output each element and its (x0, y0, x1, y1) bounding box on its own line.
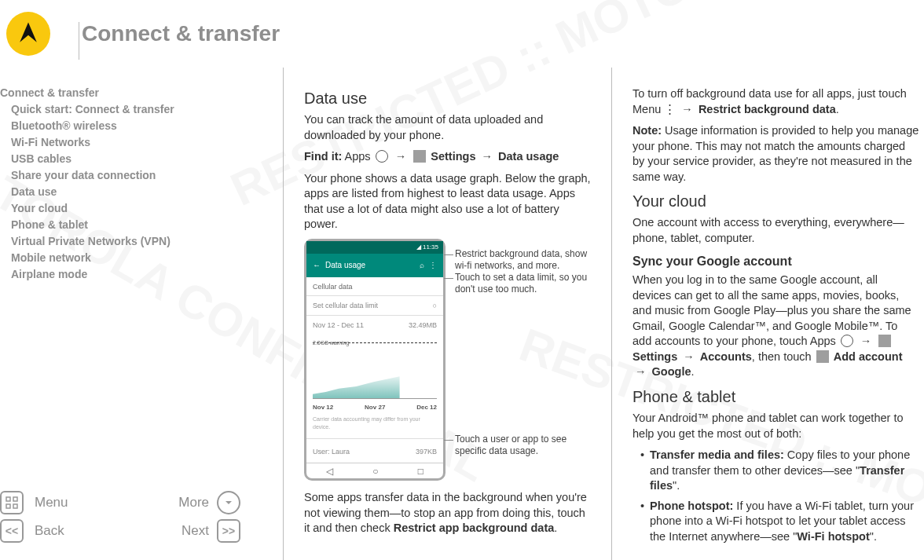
diagram-callouts: Restrict background data, show wi-fi net… (455, 239, 591, 481)
arrow-icon: → (683, 350, 695, 363)
column-divider-1 (283, 68, 284, 560)
phone-chart: 2.0GB warning (313, 336, 437, 399)
phone-row-range: Nov 12 - Dec 1132.49MB (306, 317, 443, 333)
sidebar-item-airplane[interactable]: Airplane mode (0, 266, 259, 283)
heading-your-cloud: Your cloud (632, 191, 919, 212)
arrow-icon: → (395, 150, 407, 163)
heading-phone-tablet: Phone & tablet (632, 386, 919, 408)
phone-tab-cellular: Cellular data (306, 277, 443, 294)
more-icon[interactable] (217, 491, 240, 514)
apps-icon (841, 335, 853, 347)
sidebar-item-wifi[interactable]: Wi-Fi Networks (0, 134, 259, 151)
sidebar-item-mobile-network[interactable]: Mobile network (0, 250, 259, 266)
gear-icon (413, 150, 426, 163)
sidebar-item-your-cloud[interactable]: Your cloud (0, 200, 259, 217)
sidebar-nav: Connect & transfer Quick start: Connect … (0, 85, 259, 283)
phone-navbar: ◁ ○ □ (306, 463, 443, 478)
callout-restrict: Restrict background data, show wi-fi net… (455, 248, 591, 272)
phone-carrier-note: Carrier data accounting may differ from … (306, 414, 443, 437)
callout-userapp: Touch a user or app to see specific data… (455, 434, 591, 457)
sidebar-item-quick-start[interactable]: Quick start: Connect & transfer (0, 101, 259, 118)
svg-rect-0 (6, 497, 10, 501)
para-pt: Your Android™ phone and tablet can work … (632, 411, 919, 441)
phone-appbar: ← Data usage ⌕ ⋮ (306, 254, 443, 277)
sidebar-item-phone-tablet[interactable]: Phone & tablet (0, 217, 259, 233)
phone-row-limit: Set cellular data limit○ (306, 298, 443, 313)
phone-user-row: User: Laura397KB (306, 441, 443, 463)
para-note: Note: Usage information is provided to h… (632, 123, 919, 185)
svg-rect-3 (13, 504, 17, 508)
column-left: Data use You can track the amount of dat… (299, 68, 596, 560)
bullet-phone-hotspot: Phone hotspot: If you have a Wi-Fi table… (640, 499, 919, 545)
next-label[interactable]: Next (122, 523, 217, 539)
sidebar: Connect & transfer Quick start: Connect … (0, 68, 267, 560)
arrow-icon: → (481, 150, 493, 163)
para-background-apps: Some apps transfer data in the backgroun… (304, 490, 591, 536)
back-label[interactable]: Back (27, 523, 122, 539)
para-graph: Your phone shows a data usage graph. Bel… (304, 171, 591, 232)
signal-icon: ◢ (416, 243, 421, 252)
menu-icon[interactable] (0, 491, 24, 514)
column-right: To turn off background data use for all … (628, 68, 924, 560)
arrow-icon: → (860, 335, 872, 347)
more-label[interactable]: More (122, 495, 217, 511)
menu-label[interactable]: Menu (27, 495, 122, 511)
phone-statusbar: ◢ 11:35 (306, 241, 443, 254)
bullet-transfer-files: Transfer media and files: Copy files to … (640, 448, 919, 494)
page-title: Connect & transfer (82, 21, 280, 46)
sidebar-item-connect-transfer[interactable]: Connect & transfer (0, 85, 259, 101)
sidebar-item-usb[interactable]: USB cables (0, 151, 259, 167)
sidebar-item-vpn[interactable]: Virtual Private Networks (VPN) (0, 233, 259, 250)
para-cloud: One account with access to everything, e… (632, 215, 919, 246)
heading-sync: Sync your Google account (632, 253, 919, 270)
arrow-icon: → (635, 365, 647, 378)
plus-icon (816, 350, 829, 363)
bullet-list: Transfer media and files: Copy files to … (632, 448, 919, 544)
para-turnoff-bg: To turn off background data use for all … (632, 86, 919, 117)
search-icon: ⌕ (420, 260, 424, 271)
nav-recent-icon: □ (418, 465, 424, 478)
overflow-icon: ⋮ (664, 103, 676, 115)
nav-back-icon: ◁ (326, 465, 333, 478)
svg-rect-1 (13, 497, 17, 501)
sidebar-item-bluetooth[interactable]: Bluetooth® wireless (0, 118, 259, 134)
back-arrow-icon: ← (313, 260, 321, 271)
find-it-line: Find it: Apps → Settings → Data usage (304, 149, 591, 165)
header: Connect & transfer (0, 0, 924, 57)
gear-icon (878, 335, 891, 347)
phone-mock: ◢ 11:35 ← Data usage ⌕ ⋮ Cellular data S… (304, 239, 446, 481)
para-sync: When you log in to the same Google accou… (632, 273, 919, 380)
nav-home-icon: ○ (372, 465, 378, 478)
phone-chart-dates: Nov 12 Nov 27 Dec 12 (306, 402, 443, 414)
toggle-icon: ○ (433, 301, 437, 310)
overflow-icon: ⋮ (429, 260, 437, 271)
heading-data-use: Data use (304, 88, 591, 109)
phone-diagram: ◢ 11:35 ← Data usage ⌕ ⋮ Cellular data S… (304, 239, 591, 481)
column-divider-2 (611, 68, 612, 560)
motorola-logo (6, 12, 50, 56)
callout-datalimit: Touch to set a data limit, so you don't … (455, 272, 591, 295)
sidebar-item-data-use[interactable]: Data use (0, 184, 259, 200)
title-divider (79, 22, 79, 60)
sidebar-item-share-data[interactable]: Share your data connection (0, 167, 259, 184)
para-intro: You can track the amount of data uploade… (304, 112, 591, 143)
next-icon[interactable]: >> (217, 519, 240, 543)
nav-controls: Menu More << Back Next >> (0, 491, 244, 543)
apps-icon (376, 150, 388, 163)
svg-rect-2 (6, 504, 10, 508)
back-icon[interactable]: << (0, 519, 24, 543)
